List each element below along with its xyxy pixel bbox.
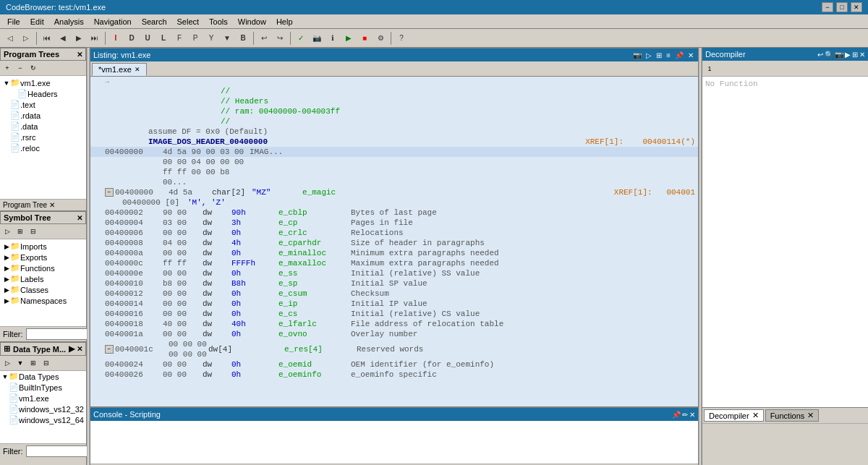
tree-item-classes[interactable]: ▶ 📁 Classes (1, 284, 85, 295)
tree-item-exports[interactable]: ▶ 📁 Exports (1, 252, 85, 263)
settings-button[interactable]: ⚙ (373, 31, 388, 46)
decompile-button[interactable]: D (124, 31, 139, 46)
unit-button[interactable]: U (140, 31, 155, 46)
dec-close[interactable]: ✕ (859, 51, 865, 59)
tree-item-labels[interactable]: ▶ 📁 Labels (1, 273, 85, 284)
listing-tb1[interactable]: ▷ (644, 51, 653, 59)
dt-btn4[interactable]: ⊟ (41, 357, 52, 369)
menu-item-tools[interactable]: Tools (205, 16, 232, 27)
program-trees-close[interactable]: ✕ (77, 51, 82, 59)
tree-item-win32[interactable]: 📄 windows_vs12_32 (0, 404, 86, 414)
close-window-button[interactable]: ✕ (851, 2, 862, 12)
listing-tb4[interactable]: 📌 (673, 51, 685, 59)
pt-del-btn[interactable]: − (14, 62, 26, 74)
dt-btn3[interactable]: ⊞ (27, 357, 39, 369)
listing-snapshot-btn[interactable]: 📷 (631, 51, 643, 59)
pcode-button[interactable]: P (188, 31, 203, 46)
dec-tb-btn1[interactable]: 1 (704, 63, 715, 74)
dec-btn2[interactable]: 🔍 (825, 51, 833, 59)
tree-item-datatypes[interactable]: ▼ 📁 Data Types (0, 371, 86, 382)
tree-item-reloc[interactable]: 📄 .reloc (1, 142, 85, 153)
nav-prev-button[interactable]: ◀ (56, 31, 70, 46)
symbol-tree-close[interactable]: ✕ (77, 214, 82, 222)
menu-item-search[interactable]: Search (137, 16, 171, 27)
dec-btn3[interactable]: 📷 (835, 51, 843, 59)
tree-item-vm1exe[interactable]: ▼ 📁 vm1.exe (1, 77, 85, 88)
console-content[interactable] (90, 421, 698, 464)
pt-refresh-btn[interactable]: ↻ (27, 62, 39, 74)
redo-button[interactable]: ↪ (273, 31, 287, 46)
decompiler-content[interactable]: No Function (702, 77, 868, 407)
console-panel: Console - Scripting 📌 ✏ ✕ Filter: 🔍 (90, 407, 699, 465)
dec-btn1[interactable]: ↩ (817, 51, 823, 59)
st-btn2[interactable]: ⊞ (14, 226, 26, 237)
dec-btn4[interactable]: ▶ (845, 51, 851, 59)
tree-item-namespaces[interactable]: ▶ 📁 Namespaces (1, 295, 85, 306)
console-btn1[interactable]: 📌 (672, 411, 681, 419)
tab-label: Functions (770, 411, 805, 420)
listing-tab-vm1exe[interactable]: *vm1.exe ✕ (92, 63, 147, 76)
menu-item-window[interactable]: Window (234, 16, 271, 27)
menu-item-help[interactable]: Help (272, 16, 297, 27)
dec-btn5[interactable]: ⊞ (852, 51, 858, 59)
tree-item-functions[interactable]: ▶ 📁 Functions (1, 263, 85, 273)
listing-close[interactable]: ✕ (686, 51, 695, 59)
tab-functions[interactable]: Functions ✕ (765, 409, 820, 422)
console-btn2[interactable]: ✏ (682, 411, 688, 419)
console-close[interactable]: ✕ (689, 411, 695, 419)
back-button[interactable]: ◁ (3, 31, 17, 46)
run-button[interactable]: ▶ (341, 31, 356, 46)
stop-button[interactable]: ■ (357, 31, 372, 46)
tree-item-builtins[interactable]: 📄 BuiltInTypes (0, 382, 86, 393)
listing-tb2[interactable]: ⊞ (655, 51, 663, 59)
menu-item-select[interactable]: Select (173, 16, 204, 27)
collapse-button[interactable]: − (105, 345, 114, 354)
tab-decompiler[interactable]: Decompiler ✕ (704, 409, 764, 422)
data-type-close[interactable]: ✕ (77, 345, 82, 353)
minimize-button[interactable]: − (822, 2, 833, 12)
tree-item-dt-vm1exe[interactable]: 📄 vm1.exe (0, 393, 86, 404)
dt-expand-btn[interactable]: ▶ (69, 344, 75, 354)
file-icon: 📄 (10, 100, 20, 109)
label-button[interactable]: L (156, 31, 171, 46)
maximize-button[interactable]: □ (836, 2, 848, 12)
undo-button[interactable]: ↩ (257, 31, 271, 46)
menu-item-analysis[interactable]: Analysis (50, 16, 88, 27)
value: 'M', 'Z' (187, 197, 226, 208)
menu-item-navigation[interactable]: Navigation (90, 16, 136, 27)
info-button[interactable]: ℹ (326, 31, 340, 46)
listing-content[interactable]: → // // Headers // ram: 00400000-004003f… (90, 77, 698, 406)
tab-close-icon[interactable]: ✕ (752, 411, 759, 420)
check-button[interactable]: ✓ (294, 31, 308, 46)
vert-button[interactable]: Y (204, 31, 218, 46)
tree-item-rdata[interactable]: 📄 .rdata (1, 110, 85, 121)
tree-item-imports[interactable]: ▶ 📁 Imports (1, 241, 85, 252)
question-button[interactable]: ? (394, 31, 409, 46)
tree-item-win64[interactable]: 📄 windows_vs12_64 (0, 414, 86, 425)
forward-button[interactable]: ▷ (19, 31, 33, 46)
b-button[interactable]: B (236, 31, 250, 46)
dt-btn2[interactable]: ▼ (14, 357, 26, 369)
menu-item-file[interactable]: File (3, 16, 25, 27)
menu-item-edit[interactable]: Edit (26, 16, 48, 27)
tree-item-rsrc[interactable]: 📄 .rsrc (1, 132, 85, 142)
st-btn3[interactable]: ⊟ (27, 226, 39, 237)
pt-add-btn[interactable]: + (1, 62, 13, 74)
func-button[interactable]: F (172, 31, 187, 46)
tree-item-data[interactable]: 📄 .data (1, 121, 85, 132)
import-button[interactable]: I (109, 31, 123, 46)
listing-tab-close[interactable]: ✕ (135, 66, 140, 73)
collapse-button[interactable]: − (105, 188, 114, 197)
listing-tb3[interactable]: ≡ (665, 51, 672, 59)
st-btn1[interactable]: ▷ (1, 226, 13, 237)
tree-item-headers[interactable]: 📄 Headers (1, 88, 85, 99)
tab-close-icon[interactable]: ✕ (807, 411, 814, 420)
nav-end-button[interactable]: ⏭ (88, 31, 102, 46)
nav-next-button[interactable]: ▶ (72, 31, 86, 46)
addr: 00400000 (105, 147, 163, 157)
nav-start-button[interactable]: ⏮ (40, 31, 54, 46)
v-button[interactable]: ▼ (220, 31, 234, 46)
dt-btn1[interactable]: ▷ (1, 357, 13, 369)
tree-item-text[interactable]: 📄 .text (1, 99, 85, 110)
screenshot-button[interactable]: 📷 (310, 31, 324, 46)
